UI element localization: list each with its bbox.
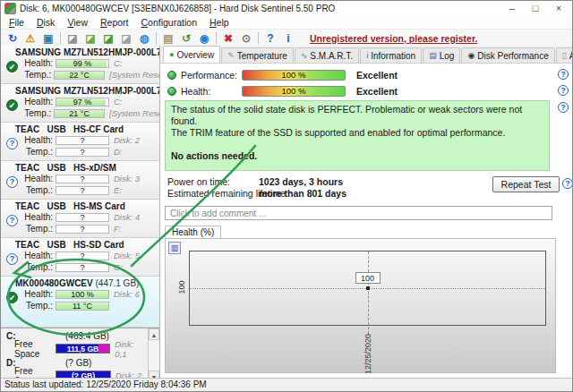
disk-item-teac-ms[interactable]: ? TEAC USB HS-MS Card Health: ? Disk: 4 — [1, 200, 159, 238]
disk-right-text: C: — [114, 58, 123, 68]
data-point-label: 100 — [355, 272, 381, 284]
menu-help[interactable]: Help — [203, 17, 235, 28]
ok-status-icon — [167, 71, 176, 80]
disk-right-text: G: — [114, 262, 123, 272]
chart-save-icon[interactable]: ▥ — [168, 242, 181, 254]
sync-icon[interactable]: ↺ — [177, 31, 195, 46]
separator[interactable] — [156, 32, 157, 44]
disk-item-mk000480gwcev[interactable]: ✔ MK000480GWCEV (447.1 GB) Health: 100 %… — [1, 277, 159, 328]
disk-status-textbox: The status of the solid state disk is PE… — [165, 100, 550, 171]
health-label: Health: — [24, 174, 53, 183]
screen-error-icon[interactable]: ✖ — [219, 31, 237, 46]
help-icon[interactable]: ? — [562, 178, 572, 189]
alarm-warning-icon[interactable]: ⚠ — [21, 31, 39, 46]
performance-gauge: 100 % — [242, 70, 346, 81]
temp-label: Temp.: — [24, 262, 53, 272]
gridline-vertical — [368, 251, 369, 334]
menu-disk[interactable]: Disk — [30, 17, 61, 28]
volume-row-c[interactable]: C: (469.4 GB) Free Space 111,5 GB — [1, 328, 148, 355]
app-icon — [4, 3, 16, 14]
tab-information[interactable]: i Information — [360, 47, 422, 63]
health-label: Health: — [24, 251, 53, 260]
tab-icon: ✎ — [227, 52, 235, 60]
tab-overview[interactable]: ● Overview — [163, 46, 220, 63]
menu-report[interactable]: Report — [94, 17, 135, 28]
health-label: Health: — [24, 135, 53, 145]
repeat-test-button[interactable]: Repeat Test — [492, 176, 560, 192]
maximize-button[interactable]: □ — [524, 2, 547, 14]
disk-item-samsung-1[interactable]: ✔ SAMSUNG MZ7LN512HMJP-000L7 (476.9 GB) … — [1, 84, 159, 123]
disk-right-text: F: — [114, 224, 121, 234]
volume-panel: C: (469.4 GB) Free Space 111,5 GB — [1, 328, 159, 382]
temp-label: Temp.: — [24, 185, 53, 195]
app-window: Disk: 6, MK000480GWCEV [S3EBNX0J626858] … — [0, 0, 573, 392]
tab-temperature[interactable]: ✎ Temperature — [221, 47, 294, 63]
comment-input[interactable] — [165, 206, 552, 220]
disk-item-teac-xd[interactable]: ? TEAC USB HS-xD/SM Health: ? Disk: 3 Te — [1, 161, 159, 200]
chart-plot-area: 100 100 12/25/2020 — [189, 251, 546, 326]
menu-view[interactable]: View — [61, 17, 94, 28]
minimize-button[interactable]: – — [500, 2, 524, 14]
disk-status-icon: ? — [6, 176, 18, 188]
monitor-report-icon[interactable]: ▣ — [39, 31, 57, 46]
temp-bar: 11 °C — [56, 302, 109, 311]
disk-right-text: Disk: 3 — [114, 174, 140, 183]
register-link[interactable]: Unregistered version, please register. — [310, 33, 477, 44]
tab-bar: ● Overview ✎ Temperature ∿ S.M.A.R.T. — [160, 46, 572, 64]
help-icon[interactable]: ? — [558, 85, 569, 96]
disk-right-text: [System Rese — [109, 108, 159, 118]
status-line-bold: No actions needed. — [171, 150, 543, 162]
performance-label: Performance: — [181, 70, 242, 81]
disk-tool-icon[interactable]: ◪ — [64, 31, 81, 46]
separator[interactable] — [258, 32, 259, 44]
health-label: Health: — [24, 58, 53, 68]
temp-bar: ? — [56, 263, 109, 272]
lifetime-row: Estimated remaining lifetime: more than … — [167, 188, 288, 199]
tab-smart[interactable]: ∿ S.M.A.R.T. — [295, 47, 359, 63]
menu-configuration[interactable]: Configuration — [135, 17, 203, 28]
disk-item-teac-sd[interactable]: ? TEAC USB HS-SD Card Health: ? Disk: 5 — [1, 238, 159, 277]
tab-icon: ● — [169, 51, 174, 59]
health-bar: ? — [56, 175, 109, 183]
temp-label: Temp.: — [24, 301, 53, 311]
temp-bar: ? — [56, 186, 109, 195]
disk-right-text: Disk: 6 — [114, 289, 140, 299]
help-icon[interactable]: ? — [558, 102, 569, 113]
disk-right-text: Disk: 5 — [114, 251, 140, 260]
disk-accept-icon[interactable]: ◪ — [81, 31, 99, 46]
disk-status-icon: ✔ — [6, 292, 18, 303]
health-bar: ? — [56, 136, 109, 145]
disk-right-text: Disk: 4 — [114, 212, 140, 222]
disk-remove-icon[interactable]: ◪ — [117, 31, 135, 46]
disk-online-icon[interactable]: ◪ — [99, 31, 117, 46]
health-label: Health: — [181, 86, 242, 97]
chart-tab-health[interactable]: Health (%) — [165, 226, 221, 239]
volume-scrollbar[interactable]: ▲ ▼ — [148, 328, 159, 382]
health-bar: 100 % — [56, 290, 109, 299]
globe-icon[interactable]: ◍ — [135, 31, 153, 46]
close-button[interactable]: × — [547, 2, 570, 14]
network-icon[interactable]: ◉ — [195, 31, 213, 46]
scroll-up-arrow-icon[interactable]: ▲ — [149, 328, 159, 340]
health-rating: Excellent — [356, 86, 398, 97]
separator[interactable] — [60, 32, 61, 44]
tab-alerts[interactable]: ▯ Alerts — [556, 47, 572, 63]
disk-item-samsung-0[interactable]: ✔ SAMSUNG MZ7LN512HMJP-000L7 (476.9 GB) … — [1, 46, 159, 84]
refresh-icon[interactable]: ↻ — [4, 31, 21, 46]
volume-size: (? GB) — [65, 358, 91, 368]
info-icon[interactable]: i — [279, 31, 297, 46]
separator[interactable] — [216, 32, 217, 44]
help-icon[interactable]: ? — [558, 69, 569, 80]
tab-log[interactable]: ▤ Log — [423, 47, 460, 63]
disk-item-teac-cf[interactable]: ? TEAC USB HS-CF Card Health: ? Disk: 2 — [1, 123, 159, 161]
disk-right-text: C: — [114, 97, 123, 107]
menu-bar: File Disk View Report Configuration Help — [1, 15, 572, 30]
tab-disk-performance[interactable]: ◉ Disk Performance — [461, 47, 554, 63]
help-icon[interactable]: ? — [261, 31, 279, 46]
tab-icon: ◉ — [467, 52, 475, 60]
disk-right-text: [System Rese — [109, 70, 159, 80]
search-icon[interactable]: ⊙ — [237, 31, 255, 46]
document-icon[interactable]: ▤ — [159, 31, 177, 46]
menu-file[interactable]: File — [3, 17, 30, 28]
disk-right-text: D: — [114, 147, 123, 157]
